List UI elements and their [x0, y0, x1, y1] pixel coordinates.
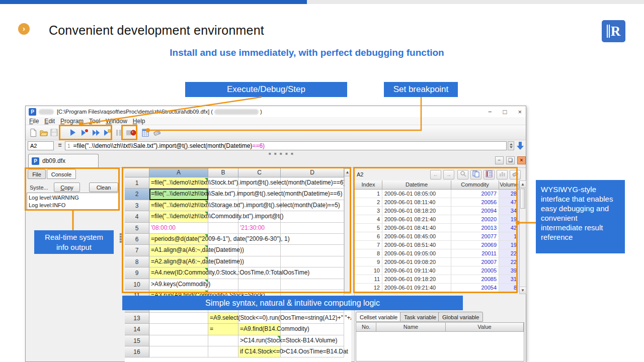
mdi-minimize-button[interactable]: − — [495, 156, 504, 164]
menu-program[interactable]: Program — [60, 118, 84, 125]
splitter-handle[interactable]: ■ ■ ■ ■ ■ — [269, 151, 294, 156]
row-header-13[interactable]: 13 — [125, 313, 149, 324]
step-icon[interactable] — [92, 128, 101, 137]
cell-D8[interactable] — [281, 256, 344, 267]
callout-set-breakpoint: Set breakpoint — [384, 82, 458, 97]
splitter-handle-left[interactable]: ■■■■ — [119, 233, 122, 243]
cell-B5[interactable] — [208, 223, 238, 234]
result-col-datetime[interactable]: Datetime — [382, 180, 451, 190]
minimize-button[interactable]: − — [488, 108, 492, 116]
tab-db09[interactable]: P db09.dfx — [28, 154, 99, 167]
spreadsheet[interactable]: ABCD1=file("..\\demo\\zh\\txt\\Stock.txt… — [125, 168, 351, 362]
cell-C8[interactable] — [238, 256, 281, 267]
row-header-15[interactable]: 15 — [125, 335, 149, 346]
tab-file[interactable]: File — [28, 169, 46, 179]
row-header-5[interactable]: 5 — [125, 223, 149, 234]
open-file-icon[interactable] — [39, 128, 48, 137]
save-icon[interactable] — [50, 128, 59, 137]
cell-A15[interactable] — [149, 335, 208, 346]
row-header-10[interactable]: 10 — [125, 279, 149, 290]
menu-edit[interactable]: Edit — [44, 118, 55, 125]
tab-global-variable[interactable]: Global variable — [438, 312, 483, 322]
column-header-A[interactable]: A — [149, 168, 208, 177]
cell-D7[interactable] — [281, 245, 344, 256]
grid-scrollbar[interactable]: ▲ — [344, 168, 351, 294]
grid-corner[interactable] — [125, 168, 149, 177]
var-col-no[interactable]: No. — [356, 323, 376, 332]
row-header-1[interactable]: 1 — [125, 177, 149, 189]
row-header-8[interactable]: 8 — [125, 256, 149, 267]
cell-A16[interactable] — [149, 346, 208, 357]
row-header-2[interactable]: 2 — [125, 189, 149, 200]
list-view-icon[interactable] — [484, 170, 495, 179]
mdi-close-button[interactable]: × — [517, 156, 526, 164]
eraser-icon[interactable] — [510, 170, 521, 179]
cell-D10[interactable] — [281, 279, 344, 290]
scroll-down-icon[interactable]: ▼ — [520, 287, 526, 294]
new-file-icon[interactable] — [29, 128, 38, 137]
var-col-value[interactable]: Value — [446, 323, 524, 332]
scroll-thumb[interactable] — [520, 189, 525, 209]
formula-input[interactable]: 1 =file("..\\demo\\zh\\txt\\Sale.txt").i… — [65, 141, 507, 150]
search-icon[interactable] — [457, 170, 468, 179]
formula-spinner[interactable] — [508, 141, 514, 150]
close-button[interactable]: × — [518, 108, 522, 116]
cell-D5[interactable] — [281, 223, 344, 234]
back-icon[interactable]: ← — [430, 170, 441, 179]
result-col-volume[interactable]: Volume — [499, 180, 519, 190]
row-header-16[interactable]: 16 — [125, 346, 149, 357]
menu-window[interactable]: Window — [106, 118, 127, 125]
row-header-14[interactable]: 14 — [125, 324, 149, 335]
row-header-9[interactable]: 9 — [125, 267, 149, 279]
copy-button[interactable]: Copy — [54, 183, 80, 192]
column-header-D[interactable]: D — [281, 168, 344, 177]
cell-B10[interactable] — [208, 279, 238, 290]
calc-grid-icon[interactable] — [141, 128, 150, 137]
scroll-up-icon[interactable]: ▲ — [520, 181, 526, 188]
menu-tool[interactable]: Tool — [89, 118, 100, 125]
result-col-index[interactable]: Index — [355, 180, 382, 190]
equals-button[interactable]: = — [56, 141, 63, 150]
menu-file[interactable]: File — [29, 118, 39, 125]
chart-icon[interactable] — [497, 170, 508, 179]
var-col-name[interactable]: Name — [376, 323, 446, 332]
column-header-B[interactable]: B — [208, 168, 238, 177]
cell-B15[interactable] — [208, 335, 238, 346]
column-header-C[interactable]: C — [238, 168, 281, 177]
row-header-4[interactable]: 4 — [125, 211, 149, 222]
logo-bar — [607, 25, 608, 38]
cell-reference-box[interactable]: A2 — [28, 141, 54, 150]
maximize-button[interactable]: □ — [503, 108, 507, 116]
cell-C7[interactable] — [238, 245, 281, 256]
breakpoint-icon[interactable] — [129, 128, 138, 137]
row-header-7[interactable]: 7 — [125, 245, 149, 256]
step-into-icon[interactable] — [103, 128, 112, 137]
redacted-text — [214, 109, 259, 115]
clear-icon[interactable] — [152, 128, 162, 137]
cell-A13[interactable] — [149, 313, 208, 324]
menu-help[interactable]: Help — [133, 118, 145, 125]
cell-C10[interactable] — [238, 279, 281, 290]
forward-icon[interactable]: → — [443, 170, 454, 179]
cell-A14[interactable] — [149, 324, 208, 335]
result-col-commodity[interactable]: Commodity — [451, 180, 499, 190]
run-icon[interactable] — [68, 128, 77, 137]
result-scrollbar[interactable]: ▲ ▼ — [519, 180, 526, 294]
scroll-up-icon[interactable]: ▲ — [345, 169, 350, 176]
tab-console[interactable]: Console — [47, 169, 76, 179]
cell-B16[interactable] — [208, 346, 238, 357]
row-header-6[interactable]: 6 — [125, 234, 149, 245]
pause-icon[interactable] — [114, 128, 123, 137]
tab-cellset-variable[interactable]: Cellset variable — [356, 312, 401, 322]
tab-task-variable[interactable]: Task variable — [400, 312, 440, 322]
mdi-restore-button[interactable]: ❏ — [506, 156, 515, 164]
cell-D4[interactable] — [281, 211, 344, 222]
copy-data-icon[interactable] — [470, 170, 481, 179]
row-header-3[interactable]: 3 — [125, 200, 149, 211]
debug-run-icon[interactable] — [80, 128, 89, 137]
title-bar: P [C:\Program Files\raqsoft\esProc\demo\… — [26, 106, 526, 117]
cell-D6[interactable] — [281, 234, 344, 245]
result-cell: 2009-06-01 08:05:00 — [382, 190, 451, 198]
slide: › Convenient development environment R I… — [0, 0, 644, 362]
clean-button[interactable]: Clean — [89, 183, 118, 192]
